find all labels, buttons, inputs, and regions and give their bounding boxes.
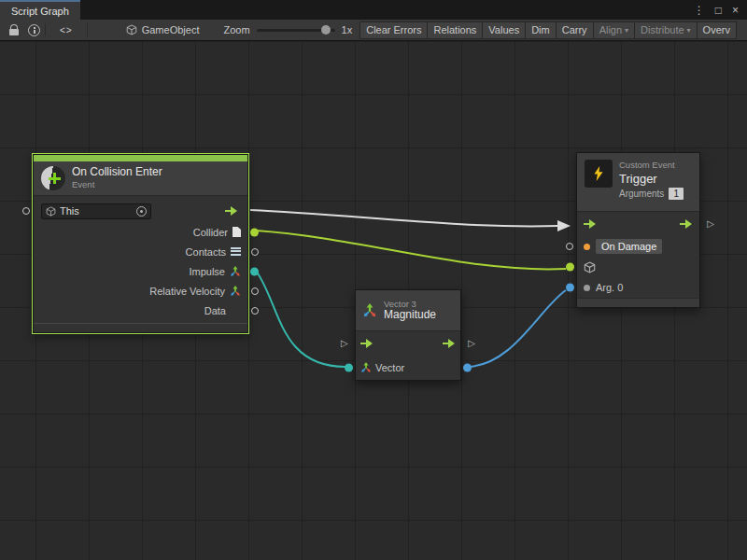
node-on-collision-enter[interactable]: On Collision Enter Event This Collider	[33, 154, 248, 333]
event-name-field[interactable]: On Damage	[596, 239, 662, 254]
icon-slot	[231, 306, 241, 315]
toolbar-buttons: Clear Errors Relations Values Dim Carry …	[360, 21, 737, 39]
node-body: ▷ ▷ Vector	[356, 331, 460, 380]
node-subtitle: Event	[72, 179, 162, 189]
control-output-port[interactable]	[225, 206, 238, 216]
port-label: Vector	[375, 362, 404, 373]
clear-errors-button[interactable]: Clear Errors	[359, 21, 428, 39]
node-header[interactable]: Vector 3 Magnitude	[356, 290, 460, 331]
list-icon	[231, 247, 241, 256]
port-row-name: On Damage	[577, 236, 699, 257]
name-input-port[interactable]	[566, 243, 573, 250]
carry-button[interactable]: Carry	[556, 21, 594, 39]
lightning-bolt-icon	[585, 160, 613, 188]
close-icon[interactable]: ×	[732, 5, 739, 16]
node-title: Trigger	[619, 172, 684, 186]
zoom-slider-handle[interactable]	[321, 25, 331, 35]
collider-output-port[interactable]	[250, 228, 259, 236]
window-buttons: ⋮ □ ×	[694, 0, 747, 20]
object-picker-icon[interactable]	[136, 206, 147, 217]
node-body: ▷ On Damage Arg. 0	[577, 212, 699, 298]
menu-icon[interactable]: ⋮	[694, 5, 705, 16]
arguments-row: Arguments 1	[619, 188, 684, 200]
arg0-input-port[interactable]	[566, 284, 574, 292]
control-output-triangle[interactable]: ▷	[707, 219, 714, 229]
node-title: Magnitude	[384, 309, 436, 322]
port-label: Data	[204, 305, 226, 316]
port-row-arg0: Arg. 0	[577, 277, 699, 298]
relative-velocity-output-port[interactable]	[251, 287, 259, 295]
control-input-triangle[interactable]: ▷	[341, 339, 348, 348]
port-label: Relative Velocity	[149, 286, 225, 297]
event-plus-icon	[41, 166, 65, 190]
port-label: Collider	[193, 227, 228, 238]
port-label: Impulse	[189, 266, 225, 277]
control-row: ▷	[577, 212, 699, 236]
gameobject-label: GameObject	[142, 24, 200, 35]
zoom-label: Zoom	[223, 24, 249, 35]
overview-button[interactable]: Overv	[697, 21, 737, 39]
collider-icon	[233, 227, 241, 237]
vector3-icon	[360, 362, 372, 373]
relations-button[interactable]: Relations	[427, 21, 483, 39]
zoom-value: 1x	[342, 24, 353, 35]
port-row-collider: Collider	[34, 222, 247, 242]
zoom-control: Zoom 1x	[223, 24, 352, 35]
impulse-output-port[interactable]	[250, 267, 259, 275]
target-row: This	[34, 200, 247, 222]
node-footer	[34, 323, 247, 332]
port-row-relative-velocity: Relative Velocity	[34, 281, 247, 301]
node-category: Custom Event	[619, 160, 684, 170]
vector-input-port[interactable]	[345, 364, 353, 372]
unity-script-graph-window: { "window": { "tab_title": "Script Graph…	[0, 0, 747, 560]
this-dropdown[interactable]: This	[41, 203, 151, 219]
chevron-down-icon: ▾	[625, 26, 628, 35]
distribute-button[interactable]: Distribute ▾	[634, 21, 697, 39]
toolbar-separator	[45, 23, 46, 36]
port-row-contacts: Contacts	[34, 242, 247, 261]
value-port-dot	[584, 285, 590, 291]
node-header[interactable]: Custom Event Trigger Arguments 1	[577, 153, 699, 212]
node-custom-event-trigger[interactable]: Custom Event Trigger Arguments 1 ▷ On Da…	[576, 152, 700, 308]
control-input-port[interactable]	[584, 219, 597, 229]
string-port-dot	[584, 244, 590, 250]
arguments-count-field[interactable]: 1	[669, 188, 684, 200]
align-label: Align	[599, 24, 622, 35]
node-footer	[577, 298, 699, 307]
control-output-triangle[interactable]: ▷	[468, 339, 475, 348]
dim-button[interactable]: Dim	[525, 21, 557, 39]
code-view-icon[interactable]: <>	[50, 25, 82, 35]
magnitude-output-port[interactable]	[463, 364, 472, 372]
contacts-output-port[interactable]	[251, 248, 259, 256]
target-input-port[interactable]	[566, 263, 574, 272]
align-button[interactable]: Align ▾	[593, 21, 635, 39]
toolbar-separator	[87, 23, 88, 36]
gameobject-breadcrumb[interactable]: GameObject	[126, 24, 200, 35]
lock-icon[interactable]	[7, 24, 21, 35]
node-header[interactable]: On Collision Enter Event	[34, 161, 247, 196]
values-button[interactable]: Values	[482, 21, 526, 39]
event-header-strip	[34, 155, 247, 161]
control-input-port[interactable]	[360, 339, 374, 348]
maximize-icon[interactable]: □	[715, 5, 722, 16]
port-row-target	[577, 257, 699, 277]
control-output-port[interactable]	[443, 339, 456, 348]
tab-bar: Script Graph ⋮ □ ×	[0, 0, 747, 20]
tab-script-graph[interactable]: Script Graph	[0, 0, 80, 20]
chevron-down-icon: ▾	[687, 26, 691, 35]
port-row-impulse: Impulse	[34, 261, 247, 281]
zoom-slider[interactable]	[257, 29, 335, 32]
graph-toolbar: <> GameObject Zoom 1x Clear Errors Relat…	[0, 20, 747, 41]
node-vector3-magnitude[interactable]: Vector 3 Magnitude ▷ ▷ Vector	[355, 289, 461, 381]
arguments-label: Arguments	[619, 189, 664, 199]
vector3-icon	[362, 303, 377, 318]
lock-body	[9, 29, 19, 35]
data-output-port[interactable]	[251, 307, 259, 315]
info-icon[interactable]	[28, 24, 40, 36]
control-output-port[interactable]	[680, 219, 693, 229]
target-input-port[interactable]	[22, 207, 30, 215]
port-label: Arg. 0	[596, 282, 623, 293]
port-row-vector: Vector	[356, 356, 460, 380]
this-value: This	[60, 205, 79, 217]
vector3-icon	[230, 266, 241, 277]
